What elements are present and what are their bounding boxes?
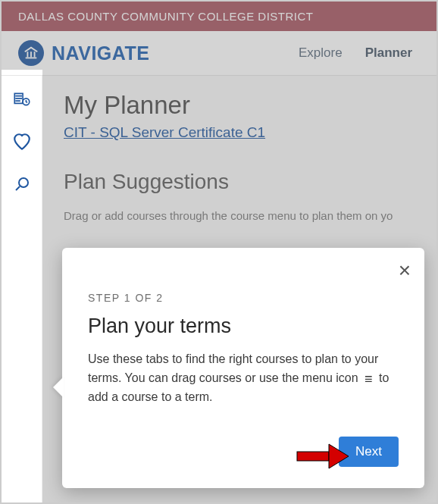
left-sidebar [2,76,42,504]
svg-rect-0 [27,52,29,57]
suggestions-description: Drag or add courses through the course m… [64,208,415,224]
onboarding-popover: × STEP 1 OF 2 Plan your terms Use these … [62,248,424,488]
search-icon[interactable] [12,174,32,194]
page-title: My Planner [64,91,415,120]
close-icon[interactable]: × [399,260,411,281]
svg-rect-2 [34,52,36,57]
certificate-link[interactable]: CIT - SQL Server Certificate C1 [64,124,265,141]
nav-tabs: Explore Planner [299,45,420,61]
app-header: NAVIGATE Explore Planner [2,31,436,76]
tab-planner[interactable]: Planner [365,45,412,61]
popover-body-text-1: Use these tabs to find the right courses… [88,352,378,384]
svg-point-5 [19,178,28,187]
suggestions-heading: Plan Suggestions [64,170,415,194]
menu-icon: ≡ [364,372,373,386]
tab-explore[interactable]: Explore [299,45,343,61]
popover-title: Plan your terms [88,315,399,338]
step-label: STEP 1 OF 2 [88,292,399,304]
svg-rect-1 [30,52,32,57]
navigate-logo-icon [18,40,44,66]
next-button[interactable]: Next [339,437,399,467]
svg-line-6 [16,186,20,190]
planner-icon[interactable] [12,89,32,109]
brand-name: NAVIGATE [52,42,149,64]
svg-rect-3 [26,58,37,59]
heart-icon[interactable] [12,132,32,152]
popover-arrow [53,377,64,398]
institution-banner: DALLAS COUNTY COMMUNITY COLLEGE DISTRICT [2,2,436,31]
popover-body: Use these tabs to find the right courses… [88,350,399,406]
